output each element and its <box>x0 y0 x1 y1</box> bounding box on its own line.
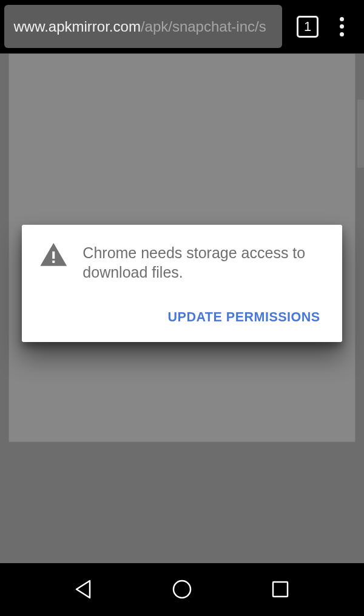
more-menu-icon[interactable] <box>334 15 349 39</box>
dialog-actions: UPDATE PERMISSIONS <box>40 304 323 331</box>
update-permissions-button[interactable]: UPDATE PERMISSIONS <box>164 304 324 331</box>
tabs-button[interactable]: 1 <box>297 16 318 38</box>
system-nav-bar <box>0 563 364 617</box>
scrollbar-thumb[interactable] <box>357 100 364 168</box>
svg-rect-1 <box>53 252 55 259</box>
permission-dialog: Chrome needs storage access to download … <box>22 225 342 342</box>
tab-count: 1 <box>304 19 311 35</box>
nav-recent-button[interactable] <box>266 575 295 604</box>
url-path: /apk/snapchat-inc/s <box>141 5 266 48</box>
svg-marker-3 <box>76 581 90 598</box>
svg-point-4 <box>174 581 190 598</box>
svg-rect-2 <box>53 261 55 263</box>
nav-home-button[interactable] <box>167 575 197 604</box>
dialog-body: Chrome needs storage access to download … <box>40 243 323 282</box>
svg-rect-5 <box>273 582 288 597</box>
url-host: www.apkmirror.com <box>14 5 141 48</box>
warning-icon <box>40 243 69 282</box>
nav-back-button[interactable] <box>69 575 98 604</box>
url-bar[interactable]: www.apkmirror.com/apk/snapchat-inc/s <box>4 5 283 48</box>
dialog-message: Chrome needs storage access to download … <box>83 243 323 282</box>
browser-toolbar: www.apkmirror.com/apk/snapchat-inc/s 1 <box>0 0 364 53</box>
